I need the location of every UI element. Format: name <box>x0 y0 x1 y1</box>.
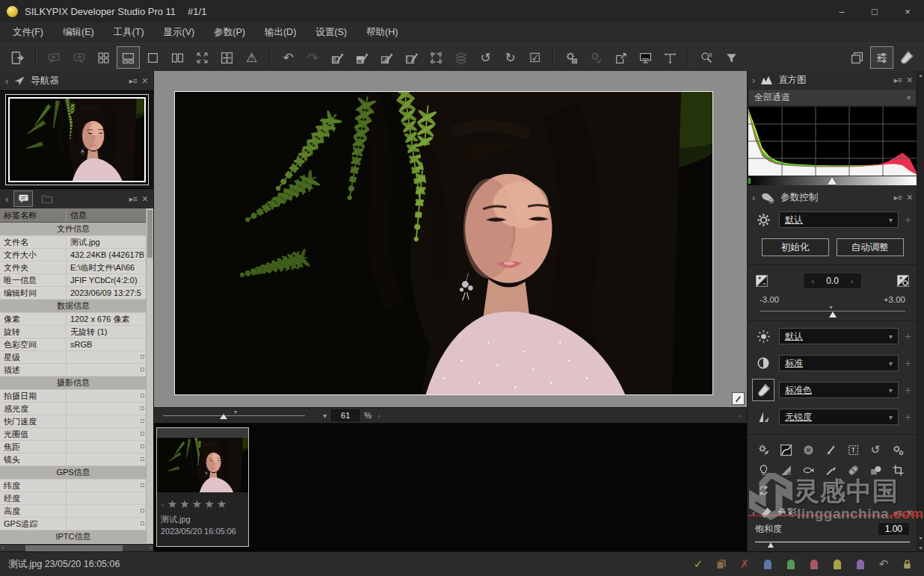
highlight-tool[interactable] <box>754 461 773 479</box>
copy-params-button[interactable] <box>326 46 349 69</box>
tab-properties[interactable] <box>13 191 33 207</box>
menu-item-0[interactable]: 文件(F) <box>3 22 53 42</box>
add-preset-icon[interactable]: + <box>903 214 913 226</box>
thumbnail-view-button[interactable] <box>92 46 115 69</box>
menu-item-5[interactable]: 输出(D) <box>255 22 306 42</box>
export-button[interactable] <box>609 46 632 69</box>
exposure-auto-icon[interactable] <box>896 274 910 288</box>
mark-check-button[interactable]: ☑ <box>523 46 546 69</box>
preview-area[interactable] <box>154 71 747 408</box>
zoom-slider-thumb[interactable] <box>220 414 227 419</box>
zoom-slider[interactable]: ▾ <box>163 415 305 416</box>
redo-button[interactable]: ↷ <box>301 46 324 69</box>
mark-green-icon[interactable] <box>785 558 797 570</box>
brush-tool[interactable] <box>821 461 840 479</box>
zoom-value[interactable]: 61 <box>331 409 360 421</box>
initialize-button[interactable]: 初始化 <box>762 238 829 256</box>
panel-close-icon[interactable]: × <box>907 191 913 203</box>
star-icon[interactable]: ★ <box>192 498 202 511</box>
minimize-button[interactable]: – <box>825 0 858 22</box>
scroll-up-icon[interactable]: ▴ <box>917 72 924 78</box>
collapse-left-icon[interactable]: ‹ <box>5 75 8 87</box>
white-balance-icon[interactable] <box>752 325 774 347</box>
monitor-settings-button[interactable] <box>634 46 657 69</box>
zoom-increment-icon[interactable]: › <box>738 411 741 420</box>
menu-item-1[interactable]: 编辑(E) <box>53 22 104 42</box>
crop-tool[interactable] <box>888 461 908 479</box>
star-icon[interactable]: ★ <box>167 498 177 511</box>
search-button[interactable] <box>695 46 718 69</box>
table-row[interactable]: 星级 <box>0 351 147 364</box>
print-button[interactable] <box>659 46 682 69</box>
histogram-channel-select[interactable]: 全部通道 ▾ <box>748 89 917 106</box>
increase-icon[interactable]: › <box>851 276 854 285</box>
table-row[interactable]: 感光度 <box>0 403 147 415</box>
add-taste-icon[interactable]: + <box>903 357 913 369</box>
exposure-value-box[interactable]: ‹ 0.0 › <box>803 273 861 289</box>
warning-display-button[interactable]: ⚠ <box>240 46 263 69</box>
mark-yellow-icon[interactable] <box>831 558 843 570</box>
filmstrip-card[interactable]: ○★★★★★ 测试.jpg 2023/05/20 16:05:06 <box>156 427 249 547</box>
zoom-dropdown-icon[interactable]: ▾ <box>323 412 327 420</box>
menu-item-6[interactable]: 设置(S) <box>306 22 357 42</box>
reject-mark-icon[interactable]: ✗ <box>739 558 751 570</box>
table-row[interactable]: 高度 <box>0 505 147 518</box>
tone-curve-tool[interactable] <box>776 441 795 459</box>
control-panel-button[interactable] <box>870 46 893 69</box>
sharpness-icon[interactable] <box>752 406 774 428</box>
panel-menu-icon[interactable]: ▸≡ <box>129 76 137 86</box>
add-taste-icon[interactable]: + <box>903 384 913 396</box>
panel-menu-icon[interactable]: ▸≡ <box>894 75 902 85</box>
tone-icon[interactable] <box>752 352 774 374</box>
color-select[interactable]: 标准色 ▾ <box>779 382 899 398</box>
next-image-button[interactable] <box>67 46 90 69</box>
tab-folder[interactable] <box>38 191 56 206</box>
filter-button[interactable] <box>720 46 743 69</box>
menu-item-3[interactable]: 显示(V) <box>154 22 205 42</box>
undo-button[interactable]: ↶ <box>277 46 300 69</box>
select-area-button[interactable] <box>425 46 448 69</box>
panel-menu-icon[interactable]: ▸≡ <box>894 193 902 202</box>
mark-red-icon[interactable] <box>808 558 820 570</box>
menu-item-7[interactable]: 帮助(H) <box>357 22 407 42</box>
corner-pen-icon[interactable] <box>732 392 745 405</box>
develop-settings-button[interactable] <box>560 46 583 69</box>
gradient-tool[interactable] <box>776 461 795 479</box>
table-row[interactable]: 镜头 <box>0 453 147 466</box>
main-image[interactable] <box>174 91 713 395</box>
collapse-left-icon[interactable]: ‹ <box>5 193 8 205</box>
preview-view-button[interactable] <box>141 46 164 69</box>
mark-blue-icon[interactable] <box>762 558 774 570</box>
table-row[interactable]: 光圈值 <box>0 428 147 441</box>
table-row[interactable]: GPS追踪 <box>0 518 147 530</box>
retouch-brush-button[interactable] <box>895 46 918 69</box>
paste-partial-params-button[interactable] <box>375 46 398 69</box>
saturation-slider[interactable] <box>755 539 910 548</box>
menu-item-4[interactable]: 参数(P) <box>204 22 255 42</box>
scroll-down-icon[interactable]: ▾ <box>917 545 924 551</box>
close-button[interactable]: × <box>891 0 924 22</box>
white-balance-select[interactable]: 默认 ▾ <box>779 328 899 344</box>
batch-params-button[interactable] <box>400 46 423 69</box>
multi-preview-button[interactable] <box>215 46 238 69</box>
navigator-thumbnail[interactable] <box>8 97 146 182</box>
metadata-vertical-scrollbar[interactable] <box>146 208 153 544</box>
decrease-icon[interactable]: ‹ <box>811 276 814 285</box>
histogram-gradient-bar[interactable] <box>748 176 917 185</box>
fullscreen-view-button[interactable] <box>191 46 214 69</box>
collapse-right-icon[interactable]: › <box>752 75 755 86</box>
star-icon[interactable]: ★ <box>204 498 214 511</box>
maximize-button[interactable]: □ <box>858 0 891 22</box>
exposure-slider[interactable]: ▾ <box>760 306 905 318</box>
table-row[interactable]: 焦距 <box>0 441 147 453</box>
paste-params-button[interactable] <box>351 46 374 69</box>
table-row[interactable]: 拍摄日期 <box>0 390 147 403</box>
table-row[interactable]: 纬度 <box>0 480 147 492</box>
collapse-right-icon[interactable]: › <box>752 192 755 203</box>
panel-close-icon[interactable]: × <box>907 74 913 86</box>
layers-button[interactable] <box>449 46 472 69</box>
saturation-value[interactable]: 1.00 <box>878 522 910 536</box>
tone-select[interactable]: 标准 ▾ <box>779 355 899 371</box>
exposure-slider-thumb[interactable] <box>829 312 837 318</box>
table-row[interactable]: 像素1202 x 676 像素 <box>0 313 147 326</box>
